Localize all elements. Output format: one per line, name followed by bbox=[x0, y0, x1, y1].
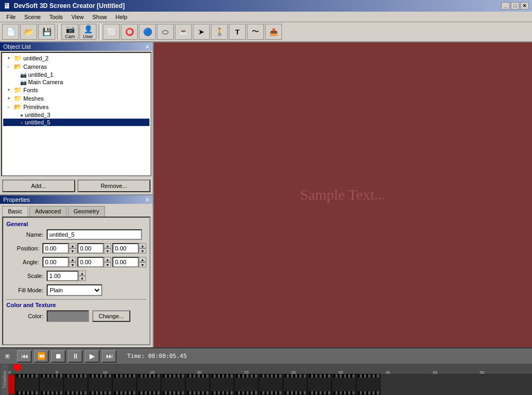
pos-z-down[interactable]: ▼ bbox=[139, 248, 146, 254]
object-list-close[interactable]: ✕ bbox=[145, 44, 149, 50]
scale-spinner: ▲ ▼ bbox=[78, 271, 86, 281]
tree-item-untitled1[interactable]: 📷 untitled_1 bbox=[3, 71, 149, 78]
stop-button[interactable]: ⏹ bbox=[51, 350, 66, 363]
rewind-fast-button[interactable]: ⏮ bbox=[17, 350, 32, 363]
sphere-button[interactable]: ⭕ bbox=[121, 24, 138, 40]
menu-item-tools[interactable]: Tools bbox=[45, 13, 67, 21]
ang-y-up[interactable]: ▲ bbox=[104, 257, 111, 262]
pos-y-down[interactable]: ▼ bbox=[104, 248, 111, 254]
pos-y-up[interactable]: ▲ bbox=[104, 243, 111, 248]
pause-button[interactable]: ⏸ bbox=[68, 350, 83, 363]
ang-y-input[interactable] bbox=[77, 257, 104, 267]
menu-item-show[interactable]: Show bbox=[88, 13, 111, 21]
change-color-button[interactable]: Change... bbox=[92, 310, 130, 322]
ang-z-up[interactable]: ▲ bbox=[139, 257, 146, 262]
main-area: Object List ✕ + 📁 untitled_2 - 📂 Cameras… bbox=[0, 42, 532, 347]
object-tree[interactable]: + 📁 untitled_2 - 📂 Cameras 📷 untitled_1 bbox=[1, 52, 152, 176]
tab-geometry[interactable]: Geometry bbox=[68, 206, 105, 217]
ang-x-group: ▲ ▼ bbox=[42, 257, 76, 267]
scale-up[interactable]: ▲ bbox=[78, 271, 86, 276]
cam-icon: 📷 bbox=[66, 25, 75, 33]
scale-row: Scale: ▲ ▼ bbox=[6, 271, 146, 281]
pos-z-input[interactable] bbox=[112, 243, 139, 254]
tree-item-untitled5[interactable]: ● untitled_5 bbox=[3, 119, 149, 126]
tree-item-untitled2[interactable]: + 📁 untitled_2 bbox=[3, 54, 149, 62]
add-button[interactable]: Add... bbox=[2, 179, 75, 192]
transport-bar: ✕ ⏮ ⏪ ⏹ ⏸ ▶ ⏭ Time: 00:00:05.45 bbox=[0, 348, 532, 364]
pos-y-input[interactable] bbox=[77, 243, 104, 254]
menu-item-scene[interactable]: Scene bbox=[20, 13, 45, 21]
tree-item-fonts[interactable]: + 📁 Fonts bbox=[3, 86, 149, 94]
menu-item-help[interactable]: Help bbox=[111, 13, 132, 21]
ang-z-input[interactable] bbox=[112, 257, 139, 267]
user-button[interactable]: 👤 User bbox=[79, 24, 96, 40]
scale-input[interactable] bbox=[47, 271, 78, 281]
properties-close[interactable]: ✕ bbox=[145, 197, 149, 203]
ruler-5: 5 bbox=[56, 370, 58, 374]
timeline-close[interactable]: ✕ bbox=[4, 353, 11, 360]
pos-x-up[interactable]: ▲ bbox=[69, 243, 76, 248]
obj-icon: ● bbox=[20, 120, 23, 125]
tree-item-meshes[interactable]: + 📁 Meshes bbox=[3, 94, 149, 103]
box-button[interactable]: ⬜ bbox=[103, 24, 120, 40]
teapot-button[interactable]: ☕ bbox=[175, 24, 192, 40]
save-icon: 💾 bbox=[42, 28, 51, 36]
sphere-icon: ⭕ bbox=[125, 28, 134, 36]
tree-item-primitives[interactable]: - 📂 Primitives bbox=[3, 103, 149, 111]
minimize-button[interactable]: _ bbox=[501, 2, 510, 10]
wave-button[interactable]: 〜 bbox=[247, 24, 264, 40]
ang-x-down[interactable]: ▼ bbox=[69, 262, 76, 267]
cam-button[interactable]: 📷 Cam bbox=[61, 24, 78, 40]
ang-x-up[interactable]: ▲ bbox=[69, 257, 76, 262]
fillmode-label: Fill Mode: bbox=[6, 287, 43, 293]
ang-x-input[interactable] bbox=[42, 257, 69, 267]
close-button[interactable]: ✕ bbox=[520, 2, 529, 10]
film-frame-15 bbox=[356, 374, 380, 395]
open-icon: 📂 bbox=[24, 28, 33, 36]
maximize-button[interactable]: □ bbox=[511, 2, 519, 10]
film-strip bbox=[8, 374, 532, 395]
menu-item-view[interactable]: View bbox=[67, 13, 88, 21]
ang-z-down[interactable]: ▼ bbox=[139, 262, 146, 267]
export-button[interactable]: 📤 bbox=[265, 24, 282, 40]
ang-y-down[interactable]: ▼ bbox=[104, 262, 111, 267]
cylinder-button[interactable]: 🔵 bbox=[139, 24, 156, 40]
scale-down[interactable]: ▼ bbox=[78, 276, 86, 281]
window-controls[interactable]: _ □ ✕ bbox=[501, 2, 529, 10]
pos-z-group: ▲ ▼ bbox=[112, 243, 146, 254]
viewport[interactable]: Sample Text... bbox=[154, 42, 532, 347]
film-frame-12 bbox=[283, 374, 307, 395]
name-input[interactable] bbox=[47, 229, 142, 240]
pos-x-input[interactable] bbox=[42, 243, 69, 254]
pos-z-up[interactable]: ▲ bbox=[139, 243, 146, 248]
figure-button[interactable]: 🚶 bbox=[211, 24, 228, 40]
save-button[interactable]: 💾 bbox=[38, 24, 55, 40]
tree-item-untitled3[interactable]: ● untitled_3 bbox=[3, 111, 149, 119]
ruler-45: 45 bbox=[432, 370, 437, 374]
remove-button[interactable]: Remove... bbox=[77, 179, 150, 192]
ang-y-spinner: ▲ ▼ bbox=[104, 257, 111, 267]
tab-basic[interactable]: Basic bbox=[2, 206, 28, 217]
ruler-0: 0 bbox=[8, 370, 11, 374]
properties-header: Properties ✕ bbox=[0, 195, 153, 204]
timeline-ruler[interactable]: 0 5 10 15 20 25 30 35 40 45 50 bbox=[8, 364, 532, 374]
forward-fast-button[interactable]: ⏭ bbox=[102, 350, 117, 363]
open-button[interactable]: 📂 bbox=[20, 24, 37, 40]
timeline-content[interactable]: 0 5 10 15 20 25 30 35 40 45 50 bbox=[8, 364, 532, 395]
disk-button[interactable]: ⬭ bbox=[157, 24, 174, 40]
tree-item-maincamera[interactable]: 📷 Main Camera bbox=[3, 78, 149, 86]
color-swatch[interactable] bbox=[47, 310, 89, 322]
camera-icon: 📷 bbox=[20, 79, 26, 85]
rewind-button[interactable]: ⏪ bbox=[34, 350, 49, 363]
arrow-button[interactable]: ➤ bbox=[193, 24, 210, 40]
fillmode-select[interactable]: Plain Wireframe Texture bbox=[47, 284, 102, 296]
text3d-button[interactable]: T bbox=[229, 24, 246, 40]
menu-item-file[interactable]: File bbox=[2, 13, 20, 21]
film-frame-14 bbox=[332, 374, 356, 395]
tab-advanced[interactable]: Advanced bbox=[29, 206, 67, 217]
new-button[interactable]: 📄 bbox=[2, 24, 19, 40]
tree-item-cameras[interactable]: - 📂 Cameras bbox=[3, 62, 149, 71]
pos-x-down[interactable]: ▼ bbox=[69, 248, 76, 254]
play-button[interactable]: ▶ bbox=[85, 350, 100, 363]
position-inputs: ▲ ▼ ▲ ▼ bbox=[42, 243, 146, 254]
